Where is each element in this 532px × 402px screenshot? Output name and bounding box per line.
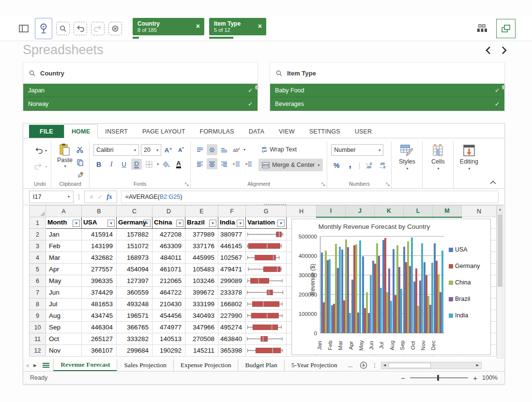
cell[interactable]: 463840 <box>218 333 246 345</box>
cell[interactable]: 140513 <box>152 333 185 345</box>
cell[interactable] <box>246 252 287 264</box>
cell[interactable] <box>246 229 287 240</box>
row-header[interactable]: 10 <box>30 322 46 333</box>
filter-value[interactable]: Norway✓ <box>23 97 258 111</box>
sheet-tab-budget-plan[interactable]: Budget Plan <box>238 359 284 371</box>
header-cell[interactable]: ▾Germany <box>117 217 152 229</box>
merge-dropdown-icon[interactable]: ▾ <box>318 163 319 167</box>
filter-dropdown-icon[interactable]: ▾ <box>176 220 183 227</box>
cell[interactable] <box>246 298 287 310</box>
cell[interactable]: 495274 <box>218 322 246 333</box>
cell[interactable]: 333282 <box>117 333 152 345</box>
sheet-menu-icon[interactable] <box>39 359 53 371</box>
zoom-in-button[interactable]: + <box>473 374 477 382</box>
cell[interactable]: 233378 <box>218 287 246 298</box>
name-box-dropdown-icon[interactable]: ▾ <box>68 194 70 199</box>
cell[interactable]: 168973 <box>117 252 152 264</box>
filter-search[interactable]: Item Type <box>270 62 504 84</box>
row-header[interactable]: 4 <box>30 252 46 264</box>
next-sheet-icon[interactable] <box>502 46 507 55</box>
paste-button[interactable]: Paste ▾ <box>55 142 75 168</box>
cell[interactable]: 337176 <box>185 240 218 252</box>
double-underline-button[interactable]: D <box>131 159 142 170</box>
scroll-left-icon[interactable]: ◀ <box>381 363 388 367</box>
header-cell[interactable]: ▾China <box>152 217 185 229</box>
zoom-slider[interactable] <box>410 377 468 378</box>
cell[interactable]: 103246 <box>185 275 218 287</box>
sheet-tab-revenue-forecast[interactable]: Revenue Forecast <box>53 359 117 371</box>
horizontal-scroll-thumb[interactable] <box>388 363 431 368</box>
remove-selection-icon[interactable]: × <box>258 22 262 30</box>
cell[interactable]: 105483 <box>185 264 218 275</box>
step-forward-button[interactable] <box>91 22 105 35</box>
cell[interactable]: 446304 <box>82 322 117 333</box>
cell[interactable]: 143199 <box>82 240 117 252</box>
confirm-entry-icon[interactable]: ✓ <box>98 194 103 200</box>
cell[interactable]: 377989 <box>185 229 218 240</box>
cell[interactable]: 479471 <box>218 264 246 275</box>
cell[interactable] <box>246 275 287 287</box>
prev-sheet-icon[interactable] <box>486 46 491 55</box>
tabs-scroll-left-icon[interactable]: ◀ <box>23 359 31 371</box>
filter-search[interactable]: Country <box>23 62 258 84</box>
cell[interactable]: 481653 <box>82 298 117 310</box>
cell[interactable]: 265127 <box>82 333 117 345</box>
tab-page-layout[interactable]: PAGE LAYOUT <box>135 125 193 138</box>
zoom-slider-thumb[interactable] <box>437 375 439 381</box>
scroll-up-icon[interactable]: ▲ <box>497 206 503 213</box>
cell[interactable]: 445995 <box>185 252 218 264</box>
column-header-F[interactable]: F <box>218 206 246 217</box>
row-header[interactable]: 2 <box>30 229 46 240</box>
cell[interactable]: 366107 <box>82 345 117 357</box>
cell[interactable]: 127397 <box>117 275 152 287</box>
filter-value[interactable]: Beverages✓ <box>270 97 504 111</box>
cell[interactable]: 461071 <box>152 264 185 275</box>
cell[interactable]: 166802 <box>218 298 246 310</box>
numbers-dialog-launcher-icon[interactable] <box>386 182 390 186</box>
tab-view[interactable]: VIEW <box>272 125 302 138</box>
list-scroll-indicator[interactable] <box>502 85 505 89</box>
styles-button[interactable]: Styles ▾ <box>395 142 418 171</box>
row-header[interactable]: 6 <box>30 275 46 287</box>
cell[interactable]: Jul <box>46 298 82 310</box>
filter-dropdown-icon[interactable]: ▾ <box>277 220 285 227</box>
increase-font-button[interactable]: A▲ <box>163 145 174 156</box>
cell[interactable] <box>246 345 287 357</box>
cell[interactable]: 434745 <box>82 310 117 322</box>
tab-home[interactable]: HOME <box>64 124 98 138</box>
cell[interactable]: 347966 <box>185 322 218 333</box>
sheet-tab-sales-projection[interactable]: Sales Projection <box>117 359 173 371</box>
tabs-overflow[interactable]: ... <box>344 359 357 371</box>
cell[interactable]: 196571 <box>117 310 152 322</box>
column-header-E[interactable]: E <box>185 206 218 217</box>
copy-button[interactable] <box>75 157 85 168</box>
row-header[interactable]: 8 <box>30 298 46 310</box>
cell[interactable]: 270508 <box>185 333 218 345</box>
cell[interactable]: 399672 <box>185 287 218 298</box>
cell[interactable]: Aug <box>46 310 82 322</box>
selection-chip[interactable]: Item Type5 of 12× <box>209 18 266 35</box>
row-header[interactable]: 12 <box>30 345 46 357</box>
redo-button[interactable] <box>33 161 44 172</box>
align-right-button[interactable] <box>219 158 229 169</box>
percent-button[interactable]: % <box>331 160 342 171</box>
row-header[interactable]: 1 <box>30 217 46 229</box>
cell[interactable] <box>246 240 287 252</box>
bold-button[interactable]: B <box>93 159 104 170</box>
alignment-dialog-launcher-icon[interactable] <box>321 182 325 186</box>
cell[interactable]: 432682 <box>82 252 117 264</box>
cell[interactable]: 277557 <box>82 264 117 275</box>
orientation-button[interactable]: ab <box>231 144 242 155</box>
cell[interactable]: 299089 <box>218 275 246 287</box>
collapse-ribbon-button[interactable] <box>484 180 502 184</box>
cell[interactable] <box>246 264 287 275</box>
increase-indent-button[interactable] <box>243 158 254 169</box>
align-left-button[interactable] <box>195 158 205 169</box>
cell[interactable]: 227990 <box>218 310 246 322</box>
cell[interactable]: Mar <box>46 252 82 264</box>
cell[interactable] <box>246 333 287 345</box>
redo-dropdown-icon[interactable]: ▾ <box>45 164 47 169</box>
increase-decimal-button[interactable]: ←.0.00 <box>363 160 374 171</box>
cell[interactable]: 366765 <box>117 322 152 333</box>
column-header-N[interactable]: N <box>462 206 497 217</box>
